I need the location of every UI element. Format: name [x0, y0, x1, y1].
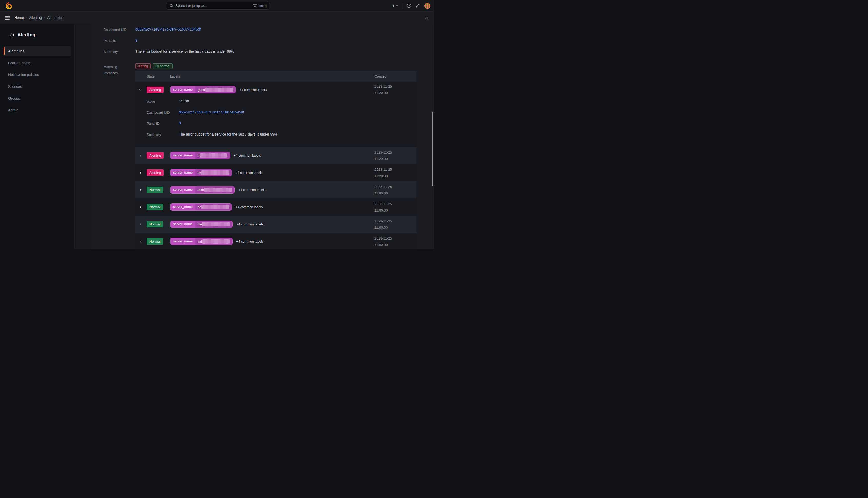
- instance-row: Alertingserver_namegrafa+4 common labels…: [135, 82, 416, 147]
- chevron-right-icon[interactable]: [139, 240, 144, 243]
- rss-icon: [416, 4, 420, 8]
- sidebar-item-alert-rules[interactable]: Alert rules: [4, 46, 70, 56]
- top-nav: Search or jump to... ctrl+k + ▼: [0, 0, 434, 12]
- label-value-prefix: h: [198, 154, 199, 157]
- chevron-right-icon[interactable]: [139, 154, 144, 157]
- breadcrumb-item[interactable]: Alerting: [29, 16, 42, 20]
- chevron-down-icon[interactable]: [139, 88, 144, 91]
- shortcut-hint: ctrl+k: [253, 4, 267, 8]
- created-cell: 2023-11-2511:20:00: [375, 83, 416, 96]
- state-cell: Alerting: [147, 152, 170, 159]
- instance-row-header[interactable]: Normalserver_namehle+4 common labels2023…: [135, 215, 416, 233]
- detail-label: Summary: [147, 132, 179, 136]
- detail-label: Value: [147, 99, 179, 103]
- server-name-label-pill: server_nameoc: [170, 169, 232, 176]
- created-time: 11:00:00: [375, 241, 416, 248]
- created-cell: 2023-11-2511:00:00: [375, 201, 416, 213]
- detail-label: Panel ID: [104, 38, 135, 43]
- common-labels-text: +4 common labels: [235, 171, 263, 174]
- scrollbar-track[interactable]: [431, 24, 434, 249]
- add-new-button[interactable]: + ▼: [392, 3, 398, 8]
- created-time: 11:00:00: [375, 190, 416, 196]
- detail-value-link[interactable]: 9: [135, 38, 137, 42]
- hamburger-icon: [5, 16, 10, 20]
- created-time: 11:20:00: [375, 173, 416, 179]
- sidebar-item-notification-policies[interactable]: Notification policies: [4, 69, 70, 80]
- detail-value: The error budget for a service for the l…: [179, 132, 277, 136]
- created-date: 2023-11-25: [375, 166, 416, 173]
- label-value-prefix: auth: [198, 188, 204, 192]
- label-value: grafa: [195, 86, 236, 93]
- detail-row: SummaryThe error budget for a service fo…: [147, 132, 416, 143]
- news-button[interactable]: [416, 4, 420, 8]
- detail-label: Panel ID: [147, 121, 179, 126]
- detail-label: Dashboard UID: [104, 27, 135, 31]
- instance-row-header[interactable]: Alertingserver_nameh+4 common labels2023…: [135, 147, 416, 164]
- created-date: 2023-11-25: [375, 201, 416, 207]
- label-value-prefix: oc: [198, 171, 201, 174]
- created-date: 2023-11-25: [375, 184, 416, 190]
- sidebar-item-groups[interactable]: Groups: [4, 93, 70, 103]
- server-name-label-pill: server_nameh: [170, 152, 230, 159]
- instance-row-header[interactable]: Normalserver_namede+4 common labels2023-…: [135, 198, 416, 215]
- detail-row: Value1e+00: [147, 99, 416, 110]
- chevron-down-icon: ▼: [396, 5, 398, 7]
- common-labels-text: +4 common labels: [238, 188, 266, 192]
- scrollbar-thumb[interactable]: [432, 112, 433, 186]
- created-date: 2023-11-25: [375, 149, 416, 156]
- label-key: server_name: [170, 169, 195, 176]
- instance-row: Normalserver_namede+4 common labels2023-…: [135, 198, 416, 215]
- created-date: 2023-11-25: [375, 83, 416, 90]
- instance-row-header[interactable]: Normalserver_nameauth+4 common labels202…: [135, 181, 416, 198]
- label-value: hle: [195, 221, 232, 228]
- instance-row: Alertingserver_nameoc+4 common labels202…: [135, 164, 416, 181]
- detail-row: Panel ID9: [147, 121, 416, 132]
- sidebar-item-admin[interactable]: Admin: [4, 105, 70, 115]
- label-key: server_name: [170, 186, 195, 193]
- chevron-right-icon[interactable]: [139, 188, 144, 192]
- detail-value-link[interactable]: d66242cf-71e8-417c-8ef7-51b0741545df: [135, 27, 201, 31]
- collapse-section-button[interactable]: [424, 17, 428, 19]
- avatar[interactable]: [424, 3, 430, 9]
- instance-row: Normalserver_nameind+4 common labels2023…: [135, 233, 416, 249]
- chevron-right-icon[interactable]: [139, 206, 144, 209]
- common-labels-text: +4 common labels: [234, 154, 261, 157]
- label-key: server_name: [170, 204, 195, 210]
- created-cell: 2023-11-2511:20:00: [375, 149, 416, 162]
- instance-row-header[interactable]: Alertingserver_nameoc+4 common labels202…: [135, 164, 416, 181]
- detail-row: SummaryThe error budget for a service fo…: [104, 49, 434, 60]
- menu-toggle-button[interactable]: [5, 16, 10, 20]
- breadcrumb-separator-icon: ›: [44, 16, 45, 19]
- created-time: 11:00:00: [375, 224, 416, 231]
- sidebar-gutter: [74, 24, 92, 249]
- server-name-label-pill: server_namehle: [170, 221, 233, 228]
- instance-row: Normalserver_namehle+4 common labels2023…: [135, 215, 416, 233]
- detail-value-link[interactable]: d66242cf-71e8-417c-8ef7-51b0741545df: [179, 110, 244, 114]
- instance-row-header[interactable]: Alertingserver_namegrafa+4 common labels…: [135, 82, 416, 97]
- label-key: server_name: [170, 86, 195, 93]
- search-input[interactable]: Search or jump to... ctrl+k: [167, 2, 269, 10]
- state-cell: Alerting: [147, 87, 170, 93]
- sidebar-item-label: Contact points: [8, 61, 31, 65]
- server-name-label-pill: server_namede: [170, 203, 232, 211]
- sidebar-item-silences[interactable]: Silences: [4, 81, 70, 92]
- instance-expanded-details: Value1e+00Dashboard UIDd66242cf-71e8-417…: [135, 97, 416, 147]
- chevron-right-icon[interactable]: [139, 223, 144, 226]
- detail-value: 1e+00: [179, 99, 189, 103]
- state-cell: Normal: [147, 238, 170, 245]
- instance-state-chips: 3 firing10 normal: [135, 63, 434, 69]
- sidebar-item-contact-points[interactable]: Contact points: [4, 58, 70, 68]
- grafana-logo-icon[interactable]: [6, 2, 12, 9]
- common-labels-text: +4 common labels: [236, 239, 263, 243]
- breadcrumb-item[interactable]: Home: [14, 16, 24, 20]
- created-date: 2023-11-25: [375, 235, 416, 241]
- chevron-right-icon[interactable]: [139, 171, 144, 174]
- sidebar-item-label: Admin: [8, 108, 18, 112]
- common-labels-text: +4 common labels: [240, 88, 267, 92]
- state-badge: Alerting: [147, 169, 164, 176]
- server-name-label-pill: server_namegrafa: [170, 86, 236, 93]
- plus-icon: +: [392, 3, 395, 8]
- help-button[interactable]: [407, 3, 411, 8]
- detail-value-link[interactable]: 9: [179, 121, 181, 125]
- instance-row-header[interactable]: Normalserver_nameind+4 common labels2023…: [135, 233, 416, 249]
